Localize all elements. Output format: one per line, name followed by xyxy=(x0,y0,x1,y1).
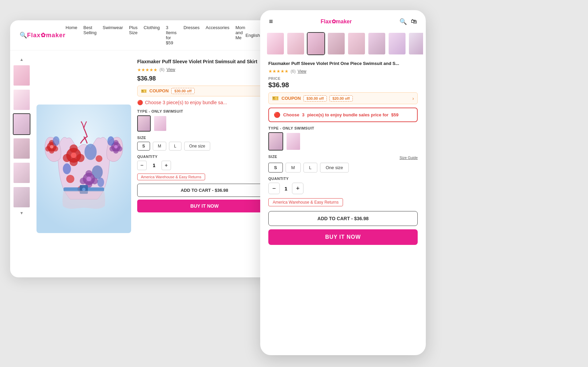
mobile-type-swatch-2[interactable] xyxy=(286,132,301,151)
mobile-view-link[interactable]: View xyxy=(298,69,307,74)
mobile-size-l[interactable]: L xyxy=(303,163,317,173)
mobile-qty-row: − 1 + xyxy=(268,183,418,194)
mobile-coupon-arrow[interactable]: › xyxy=(412,96,414,101)
nav-swimwear[interactable]: Swimwear xyxy=(103,25,123,45)
mobile-size-label: SIZE xyxy=(268,155,277,159)
coupon-icon: 🎫 xyxy=(141,88,147,94)
thumb-1[interactable] xyxy=(13,65,30,86)
mobile-thumb-4[interactable] xyxy=(327,32,345,55)
mobile-size-guide[interactable]: Size Guide xyxy=(399,156,418,160)
desktop-view-link[interactable]: View xyxy=(167,67,175,72)
svg-point-14 xyxy=(87,177,91,181)
nav-dresses[interactable]: Dresses xyxy=(183,25,200,45)
nav-bestselling[interactable]: Best Selling xyxy=(83,25,97,45)
svg-point-36 xyxy=(82,188,85,191)
desktop-product-title: Flaxmaker Puff Sleeve Violet Print Swims… xyxy=(137,59,272,65)
bundle-promo-icon: 🔴 xyxy=(137,100,143,105)
thumb-down-arrow[interactable]: ▼ xyxy=(20,211,24,215)
desktop-review-count: (6) xyxy=(160,67,165,72)
mobile-cart-icon[interactable]: 🛍 xyxy=(411,18,417,25)
desktop-warehouse-badge: America Warehouse & Easy Returns xyxy=(137,174,205,180)
nav-clothing[interactable]: Clothing xyxy=(144,25,160,45)
mobile-menu-icon[interactable]: ≡ xyxy=(269,18,273,25)
thumb-3[interactable] xyxy=(13,113,30,135)
nav-plussize[interactable]: Plus Size xyxy=(129,25,138,45)
type-swatch-1[interactable] xyxy=(137,115,151,132)
mobile-size-onesize[interactable]: One size xyxy=(320,163,349,173)
mobile-coupon-bar[interactable]: 🎫 COUPON $30.00 off $20.00 off › xyxy=(268,92,418,104)
thumb-2[interactable] xyxy=(13,89,30,111)
nav-home[interactable]: Home xyxy=(66,25,77,45)
mobile-coupon-badge1[interactable]: $30.00 off xyxy=(303,95,327,101)
qty-increase[interactable]: + xyxy=(162,161,171,170)
mobile-price-label: PRICE xyxy=(268,76,418,81)
mobile-thumb-8[interactable] xyxy=(408,32,423,55)
mobile-size-options: S M L One size xyxy=(268,163,418,173)
nav-3items[interactable]: 3 Items for $59 xyxy=(166,25,177,45)
size-m[interactable]: M xyxy=(153,142,166,151)
mobile-type-swatch-1[interactable] xyxy=(268,132,283,151)
mobile-image-strip xyxy=(263,30,423,57)
mobile-size-m[interactable]: M xyxy=(286,163,301,173)
mobile-qty-increase[interactable]: + xyxy=(292,183,303,194)
svg-point-16 xyxy=(96,155,102,162)
nav-momandme[interactable]: Mom and Me xyxy=(236,25,246,45)
mobile-coupon-icon: 🎫 xyxy=(272,95,279,101)
mobile-logo: Flax✿maker xyxy=(321,18,352,25)
desktop-search-icon[interactable]: 🔍 xyxy=(20,31,27,39)
mobile-product-title: Flaxmaker Puff Sleeve Violet Print One P… xyxy=(268,61,418,67)
mobile-thumb-7[interactable] xyxy=(388,32,406,55)
mobile-thumb-5[interactable] xyxy=(347,32,366,55)
mobile-type-label: TYPE - ONLY SWIMSUIT xyxy=(268,126,418,130)
size-onesize[interactable]: One size xyxy=(184,142,210,151)
mobile-search-icon[interactable]: 🔍 xyxy=(399,18,407,25)
thumb-up-arrow[interactable]: ▲ xyxy=(20,57,24,62)
thumbnail-column: ▲ ▼ xyxy=(10,56,33,277)
size-s[interactable]: S xyxy=(137,142,150,151)
desktop-size-label: SIZE xyxy=(137,136,272,140)
mobile-logo-suffix: maker xyxy=(336,19,352,24)
desktop-coupon-badge[interactable]: $30.00 off xyxy=(171,88,195,94)
mobile-thumb-3[interactable] xyxy=(307,32,325,55)
svg-point-24 xyxy=(49,148,54,154)
svg-point-7 xyxy=(84,144,97,160)
mobile-bundle-pre: Choose xyxy=(283,112,299,117)
logo-text: Flax xyxy=(27,32,41,39)
mobile-bundle-icon: 🔴 xyxy=(274,112,280,118)
mobile-qty-decrease[interactable]: − xyxy=(268,183,280,194)
type-swatch-2[interactable] xyxy=(153,115,167,132)
mobile-qty-label: QUANTITY xyxy=(268,177,418,181)
svg-point-11 xyxy=(80,178,87,184)
main-product-image xyxy=(36,105,131,233)
mobile-qty-value: 1 xyxy=(285,186,287,191)
svg-point-4 xyxy=(76,154,84,162)
mobile-thumb-6[interactable] xyxy=(368,32,386,55)
mobile-add-cart-button[interactable]: ADD TO CART - $36.98 xyxy=(268,211,418,226)
mobile-thumb-1[interactable] xyxy=(266,32,285,55)
svg-point-32 xyxy=(114,145,118,148)
size-l[interactable]: L xyxy=(169,142,181,151)
language-selector[interactable]: English xyxy=(245,33,260,38)
svg-point-6 xyxy=(71,153,76,158)
desktop-product-rating: ★★★★★ (6) View xyxy=(137,67,272,72)
svg-point-3 xyxy=(63,154,71,162)
thumb-4[interactable] xyxy=(13,138,30,159)
mobile-coupon-badge2[interactable]: $20.00 off xyxy=(329,95,353,101)
desktop-bundle-promo: 🔴 Choose 3 piece(s) to enjoy bundle sa..… xyxy=(137,100,272,105)
desktop-buy-now-button[interactable]: BUY IT NOW xyxy=(137,200,272,212)
mobile-buy-now-button[interactable]: BUY IT NOW xyxy=(268,229,418,245)
logo-mark: ✿ xyxy=(41,32,46,39)
desktop-add-cart-button[interactable]: ADD TO CART - $36.98 xyxy=(137,184,272,197)
thumb-5[interactable] xyxy=(13,162,30,184)
desktop-header: 🔍 Flax✿maker Home Best Selling Swimwear … xyxy=(10,20,277,50)
desktop-type-options xyxy=(137,115,272,132)
mobile-thumb-2[interactable] xyxy=(287,32,305,55)
qty-decrease[interactable]: − xyxy=(137,161,147,170)
thumb-6[interactable] xyxy=(13,186,30,208)
mobile-size-s[interactable]: S xyxy=(268,163,283,173)
svg-point-19 xyxy=(97,178,104,187)
desktop-coupon-bar[interactable]: 🎫 COUPON $30.00 off xyxy=(137,86,272,96)
mobile-bundle-bold: 3 xyxy=(302,112,304,117)
desktop-bundle-text: Choose 3 piece(s) to enjoy bundle sa... xyxy=(145,100,227,105)
nav-accessories[interactable]: Accessories xyxy=(206,25,229,45)
